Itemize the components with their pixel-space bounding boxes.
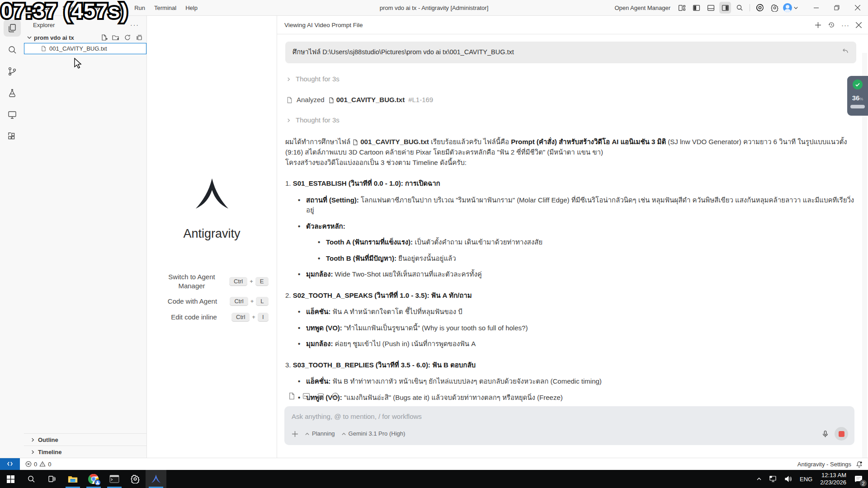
chevron-down-icon [793,5,798,10]
minimize-button[interactable] [806,0,826,15]
file-tool-icon[interactable] [288,392,296,400]
chrome-taskbar-icon[interactable] [83,470,104,488]
outline-section[interactable]: Outline [24,433,146,446]
thought-row-2[interactable]: Thought for 3s [286,115,856,126]
network-icon[interactable] [766,470,780,488]
menu-selection[interactable]: Selection [58,3,90,13]
folder-row[interactable]: prom vdo ai tx [24,32,146,43]
refresh-icon[interactable] [124,34,131,41]
key-ctrl: Ctrl [230,297,248,305]
terminal-tool-icon[interactable] [302,392,310,400]
chevron-collapsed-icon [30,437,35,442]
notifications-bell-icon[interactable] [856,461,863,468]
toggle-bottom-panel-icon[interactable] [705,2,717,14]
text-segment: Prompt (คำสั่ง) สำหรับสร้างวิดีโอ AI แอน… [511,138,666,146]
agent-manager-layout-icon[interactable] [676,2,688,14]
open-agent-manager-button[interactable]: Open Agent Manager [614,5,670,11]
tray-time: 12:13 AM [820,472,846,479]
stop-generation-button[interactable] [835,427,848,441]
search-icon[interactable] [734,2,745,14]
user-message-bubble: ศึกษาไฟล์ D:\Users\sj88studio\Pictures\p… [285,42,856,63]
agent-panel-header: Viewing AI Video Prompt File ··· [277,16,868,34]
composer[interactable]: Ask anything, @ to mention, / for workfl… [284,406,854,445]
remote-indicator[interactable] [0,458,20,470]
analyzed-row[interactable]: Analyzed 001_CAVITY_BUG.txt #L1-169 [286,95,856,105]
file-explorer-taskbar-icon[interactable] [62,470,83,488]
antigravity-logo [193,176,231,212]
chevron-expanded-icon [27,35,32,40]
layers-tool-icon[interactable] [317,392,325,400]
menu-file[interactable]: File [21,3,38,13]
antigravity-taskbar-icon[interactable] [146,470,166,488]
search-activity-icon[interactable] [4,41,21,58]
analyzed-file-name: 001_CAVITY_BUG.txt [336,95,405,105]
extensions-activity-icon[interactable] [4,128,21,145]
browser-icon[interactable] [754,2,766,14]
chevron-collapsed-icon [286,118,291,123]
explorer-more-icon[interactable]: ··· [130,21,139,28]
restore-button[interactable] [826,0,847,15]
chevron-collapsed-icon [286,77,291,82]
close-button[interactable] [847,0,868,15]
microphone-icon[interactable] [821,430,829,438]
text-segment: เรียบร้อยแล้วครับ ไฟล์นี้คือ [429,138,511,146]
shortcut-row: Edit code inlineCtrl+I [156,313,269,322]
new-file-icon[interactable] [100,34,108,41]
history-icon[interactable] [828,21,835,28]
clock[interactable]: 12:13 AM 2/23/2026 [816,472,850,487]
bullet-item: Tooth A (ฟันกรามที่แข็งแรง): เป็นตัวตั้ง… [318,237,856,248]
browser-tool-icon[interactable] [331,392,339,400]
menu-run[interactable]: Run [130,3,149,13]
explorer-sidebar: Explorer ··· prom vdo ai tx 001_CAVITY_B… [24,16,147,458]
system-health-widget[interactable]: 36% [847,76,868,116]
collapse-folders-icon[interactable] [136,34,143,41]
outline-label: Outline [38,436,58,443]
add-attachment-icon[interactable] [292,431,298,437]
new-folder-icon[interactable] [112,34,119,41]
menu-edit[interactable]: Edit [39,3,57,13]
revert-icon[interactable] [842,47,849,55]
language-indicator[interactable]: ENG [797,470,816,488]
warnings-count: 0 [48,461,51,468]
analyzed-line-range: #L1-169 [408,95,433,105]
settings-taskbar-icon[interactable] [125,470,146,488]
key-ctrl: Ctrl [231,313,250,321]
toggle-left-panel-icon[interactable] [690,2,702,14]
key-i: I [258,313,269,321]
file-item-selected[interactable]: 001_CAVITY_BUG.txt [24,43,146,54]
terminal-taskbar-icon[interactable] [104,470,125,488]
document-icon [286,97,293,103]
menu-terminal[interactable]: Terminal [150,3,180,13]
timeline-section[interactable]: Timeline [24,446,146,458]
more-options-icon[interactable]: ··· [841,21,849,29]
task-view-icon[interactable] [42,470,62,488]
toggle-right-panel-icon[interactable] [719,2,731,14]
run-debug-activity-icon[interactable] [4,84,21,102]
remote-explorer-activity-icon[interactable] [4,106,21,123]
model-selector[interactable]: Gemini 3.1 Pro (High) [341,429,406,438]
explorer-activity-icon[interactable] [4,19,21,37]
menu-view[interactable]: View [92,3,113,13]
menu-help[interactable]: Help [181,3,202,13]
timeline-label: Timeline [38,449,62,455]
new-conversation-icon[interactable] [815,22,821,28]
taskbar-search-icon[interactable] [21,470,42,488]
tray-chevron-up-icon[interactable] [753,470,765,488]
account-menu[interactable] [783,3,798,12]
settings-status-text[interactable]: Antigravity - Settings [797,461,851,468]
problems-indicator[interactable]: 0 0 [25,461,51,468]
chevron-collapsed-icon [30,450,35,455]
source-control-activity-icon[interactable] [4,63,21,80]
bullet-item: แอ็คชัน: ฟัน A ทำหน้าตกใจตาโต ชี้ไปที่หล… [298,307,856,317]
thought-row-1[interactable]: Thought for 3s [286,74,856,84]
mode-selector[interactable]: Planning [305,429,335,438]
notification-center-icon[interactable]: 2 [851,470,866,488]
settings-gear-icon[interactable] [769,2,780,14]
close-panel-icon[interactable] [856,22,862,28]
volume-icon[interactable] [781,470,796,488]
file-reference[interactable]: 001_CAVITY_BUG.txt [352,137,429,147]
start-button[interactable] [0,470,21,488]
analyzed-file-chip[interactable]: 001_CAVITY_BUG.txt [328,95,405,105]
agent-panel-title: Viewing AI Video Prompt File [284,22,363,28]
menu-go[interactable]: Go [113,3,129,13]
